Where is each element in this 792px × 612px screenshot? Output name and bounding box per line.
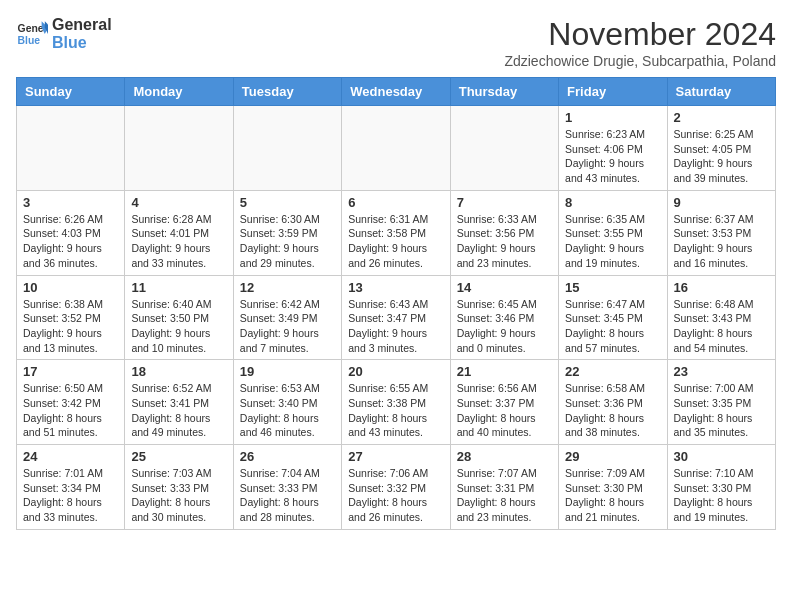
day-info: Sunrise: 6:45 AMSunset: 3:46 PMDaylight:… xyxy=(457,297,552,356)
day-number: 21 xyxy=(457,364,552,379)
day-info: Sunrise: 6:47 AMSunset: 3:45 PMDaylight:… xyxy=(565,297,660,356)
day-info: Sunrise: 6:50 AMSunset: 3:42 PMDaylight:… xyxy=(23,381,118,440)
calendar-cell xyxy=(17,106,125,191)
day-number: 1 xyxy=(565,110,660,125)
day-number: 23 xyxy=(674,364,769,379)
calendar-cell: 17Sunrise: 6:50 AMSunset: 3:42 PMDayligh… xyxy=(17,360,125,445)
calendar-week-row: 17Sunrise: 6:50 AMSunset: 3:42 PMDayligh… xyxy=(17,360,776,445)
day-info: Sunrise: 7:06 AMSunset: 3:32 PMDaylight:… xyxy=(348,466,443,525)
day-info: Sunrise: 7:10 AMSunset: 3:30 PMDaylight:… xyxy=(674,466,769,525)
calendar-cell: 25Sunrise: 7:03 AMSunset: 3:33 PMDayligh… xyxy=(125,445,233,530)
calendar-week-row: 1Sunrise: 6:23 AMSunset: 4:06 PMDaylight… xyxy=(17,106,776,191)
day-of-week-header: Sunday xyxy=(17,78,125,106)
day-info: Sunrise: 6:28 AMSunset: 4:01 PMDaylight:… xyxy=(131,212,226,271)
day-info: Sunrise: 6:25 AMSunset: 4:05 PMDaylight:… xyxy=(674,127,769,186)
day-number: 16 xyxy=(674,280,769,295)
day-number: 14 xyxy=(457,280,552,295)
day-info: Sunrise: 7:01 AMSunset: 3:34 PMDaylight:… xyxy=(23,466,118,525)
day-info: Sunrise: 7:03 AMSunset: 3:33 PMDaylight:… xyxy=(131,466,226,525)
calendar-cell xyxy=(342,106,450,191)
calendar-cell: 30Sunrise: 7:10 AMSunset: 3:30 PMDayligh… xyxy=(667,445,775,530)
day-number: 9 xyxy=(674,195,769,210)
logo-text-blue: Blue xyxy=(52,34,112,52)
day-of-week-header: Saturday xyxy=(667,78,775,106)
calendar-cell: 5Sunrise: 6:30 AMSunset: 3:59 PMDaylight… xyxy=(233,190,341,275)
calendar-cell: 24Sunrise: 7:01 AMSunset: 3:34 PMDayligh… xyxy=(17,445,125,530)
day-info: Sunrise: 6:23 AMSunset: 4:06 PMDaylight:… xyxy=(565,127,660,186)
day-number: 22 xyxy=(565,364,660,379)
day-info: Sunrise: 7:00 AMSunset: 3:35 PMDaylight:… xyxy=(674,381,769,440)
day-number: 3 xyxy=(23,195,118,210)
svg-text:Blue: Blue xyxy=(18,35,41,46)
day-number: 5 xyxy=(240,195,335,210)
day-number: 18 xyxy=(131,364,226,379)
day-number: 27 xyxy=(348,449,443,464)
day-number: 7 xyxy=(457,195,552,210)
day-of-week-header: Tuesday xyxy=(233,78,341,106)
calendar-table: SundayMondayTuesdayWednesdayThursdayFrid… xyxy=(16,77,776,530)
calendar-cell: 12Sunrise: 6:42 AMSunset: 3:49 PMDayligh… xyxy=(233,275,341,360)
day-info: Sunrise: 6:43 AMSunset: 3:47 PMDaylight:… xyxy=(348,297,443,356)
logo-text-general: General xyxy=(52,16,112,34)
day-number: 4 xyxy=(131,195,226,210)
calendar-cell: 27Sunrise: 7:06 AMSunset: 3:32 PMDayligh… xyxy=(342,445,450,530)
day-number: 19 xyxy=(240,364,335,379)
calendar-cell: 21Sunrise: 6:56 AMSunset: 3:37 PMDayligh… xyxy=(450,360,558,445)
calendar-cell: 10Sunrise: 6:38 AMSunset: 3:52 PMDayligh… xyxy=(17,275,125,360)
day-info: Sunrise: 6:30 AMSunset: 3:59 PMDaylight:… xyxy=(240,212,335,271)
day-number: 15 xyxy=(565,280,660,295)
day-info: Sunrise: 6:42 AMSunset: 3:49 PMDaylight:… xyxy=(240,297,335,356)
day-of-week-header: Friday xyxy=(559,78,667,106)
day-of-week-header: Thursday xyxy=(450,78,558,106)
calendar-cell: 14Sunrise: 6:45 AMSunset: 3:46 PMDayligh… xyxy=(450,275,558,360)
calendar-cell: 8Sunrise: 6:35 AMSunset: 3:55 PMDaylight… xyxy=(559,190,667,275)
calendar-cell xyxy=(450,106,558,191)
location-subtitle: Zdziechowice Drugie, Subcarpathia, Polan… xyxy=(504,53,776,69)
calendar-cell: 2Sunrise: 6:25 AMSunset: 4:05 PMDaylight… xyxy=(667,106,775,191)
day-info: Sunrise: 6:31 AMSunset: 3:58 PMDaylight:… xyxy=(348,212,443,271)
day-info: Sunrise: 6:26 AMSunset: 4:03 PMDaylight:… xyxy=(23,212,118,271)
calendar-cell xyxy=(125,106,233,191)
calendar-cell: 6Sunrise: 6:31 AMSunset: 3:58 PMDaylight… xyxy=(342,190,450,275)
logo-icon: General Blue xyxy=(16,18,48,50)
day-number: 8 xyxy=(565,195,660,210)
calendar-cell: 4Sunrise: 6:28 AMSunset: 4:01 PMDaylight… xyxy=(125,190,233,275)
calendar-cell: 20Sunrise: 6:55 AMSunset: 3:38 PMDayligh… xyxy=(342,360,450,445)
day-info: Sunrise: 6:35 AMSunset: 3:55 PMDaylight:… xyxy=(565,212,660,271)
day-number: 2 xyxy=(674,110,769,125)
day-of-week-header: Monday xyxy=(125,78,233,106)
calendar-cell: 9Sunrise: 6:37 AMSunset: 3:53 PMDaylight… xyxy=(667,190,775,275)
day-number: 20 xyxy=(348,364,443,379)
day-number: 25 xyxy=(131,449,226,464)
day-info: Sunrise: 6:37 AMSunset: 3:53 PMDaylight:… xyxy=(674,212,769,271)
calendar-week-row: 10Sunrise: 6:38 AMSunset: 3:52 PMDayligh… xyxy=(17,275,776,360)
logo: General Blue General Blue xyxy=(16,16,112,52)
calendar-cell: 11Sunrise: 6:40 AMSunset: 3:50 PMDayligh… xyxy=(125,275,233,360)
day-number: 26 xyxy=(240,449,335,464)
day-number: 6 xyxy=(348,195,443,210)
day-info: Sunrise: 7:07 AMSunset: 3:31 PMDaylight:… xyxy=(457,466,552,525)
day-of-week-header: Wednesday xyxy=(342,78,450,106)
calendar-week-row: 24Sunrise: 7:01 AMSunset: 3:34 PMDayligh… xyxy=(17,445,776,530)
calendar-cell: 18Sunrise: 6:52 AMSunset: 3:41 PMDayligh… xyxy=(125,360,233,445)
day-info: Sunrise: 6:33 AMSunset: 3:56 PMDaylight:… xyxy=(457,212,552,271)
day-info: Sunrise: 7:04 AMSunset: 3:33 PMDaylight:… xyxy=(240,466,335,525)
day-info: Sunrise: 6:58 AMSunset: 3:36 PMDaylight:… xyxy=(565,381,660,440)
day-number: 28 xyxy=(457,449,552,464)
day-info: Sunrise: 6:40 AMSunset: 3:50 PMDaylight:… xyxy=(131,297,226,356)
day-number: 17 xyxy=(23,364,118,379)
day-info: Sunrise: 6:52 AMSunset: 3:41 PMDaylight:… xyxy=(131,381,226,440)
day-number: 30 xyxy=(674,449,769,464)
calendar-cell: 19Sunrise: 6:53 AMSunset: 3:40 PMDayligh… xyxy=(233,360,341,445)
calendar-cell: 23Sunrise: 7:00 AMSunset: 3:35 PMDayligh… xyxy=(667,360,775,445)
calendar-cell: 1Sunrise: 6:23 AMSunset: 4:06 PMDaylight… xyxy=(559,106,667,191)
calendar-cell: 28Sunrise: 7:07 AMSunset: 3:31 PMDayligh… xyxy=(450,445,558,530)
calendar-cell: 3Sunrise: 6:26 AMSunset: 4:03 PMDaylight… xyxy=(17,190,125,275)
calendar-cell: 26Sunrise: 7:04 AMSunset: 3:33 PMDayligh… xyxy=(233,445,341,530)
day-number: 29 xyxy=(565,449,660,464)
calendar-cell: 22Sunrise: 6:58 AMSunset: 3:36 PMDayligh… xyxy=(559,360,667,445)
day-info: Sunrise: 6:48 AMSunset: 3:43 PMDaylight:… xyxy=(674,297,769,356)
calendar-cell: 16Sunrise: 6:48 AMSunset: 3:43 PMDayligh… xyxy=(667,275,775,360)
day-number: 11 xyxy=(131,280,226,295)
day-info: Sunrise: 6:53 AMSunset: 3:40 PMDaylight:… xyxy=(240,381,335,440)
